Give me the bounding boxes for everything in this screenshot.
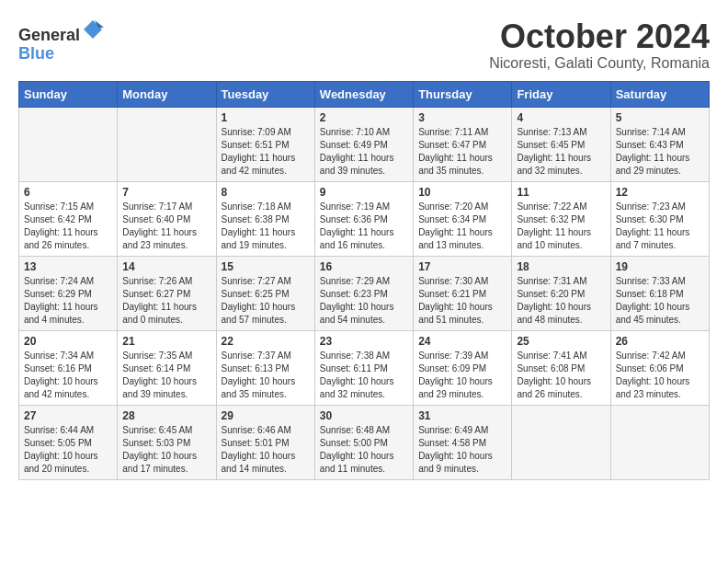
calendar-cell: 17Sunrise: 7:30 AM Sunset: 6:21 PM Dayli… — [414, 256, 512, 330]
day-number: 2 — [320, 111, 408, 124]
day-number: 16 — [320, 260, 408, 273]
calendar-cell: 22Sunrise: 7:37 AM Sunset: 6:13 PM Dayli… — [216, 330, 314, 405]
logo-icon — [82, 18, 104, 40]
logo-blue-text: Blue — [18, 44, 54, 63]
day-number: 11 — [517, 186, 605, 199]
day-number: 22 — [222, 335, 310, 348]
calendar-cell: 4Sunrise: 7:13 AM Sunset: 6:45 PM Daylig… — [512, 107, 610, 181]
day-info: Sunrise: 7:39 AM Sunset: 6:09 PM Dayligh… — [418, 350, 506, 401]
calendar-cell — [118, 107, 216, 181]
calendar-cell: 20Sunrise: 7:34 AM Sunset: 6:16 PM Dayli… — [19, 330, 118, 405]
calendar-cell: 30Sunrise: 6:48 AM Sunset: 5:00 PM Dayli… — [314, 405, 413, 479]
day-header-monday: Monday — [118, 81, 216, 107]
calendar-cell: 9Sunrise: 7:19 AM Sunset: 6:36 PM Daylig… — [314, 181, 413, 256]
week-row-2: 6Sunrise: 7:15 AM Sunset: 6:42 PM Daylig… — [19, 181, 710, 256]
logo: General Blue — [18, 18, 104, 63]
day-header-saturday: Saturday — [610, 81, 709, 107]
calendar-cell: 29Sunrise: 6:46 AM Sunset: 5:01 PM Dayli… — [216, 405, 314, 479]
day-info: Sunrise: 7:15 AM Sunset: 6:42 PM Dayligh… — [24, 201, 112, 252]
day-info: Sunrise: 7:31 AM Sunset: 6:20 PM Dayligh… — [517, 275, 605, 327]
day-info: Sunrise: 7:37 AM Sunset: 6:13 PM Dayligh… — [222, 350, 310, 401]
calendar-cell — [610, 405, 709, 479]
calendar-cell: 10Sunrise: 7:20 AM Sunset: 6:34 PM Dayli… — [414, 181, 512, 256]
day-info: Sunrise: 7:18 AM Sunset: 6:38 PM Dayligh… — [222, 201, 310, 252]
day-info: Sunrise: 7:38 AM Sunset: 6:11 PM Dayligh… — [320, 350, 408, 401]
day-info: Sunrise: 7:35 AM Sunset: 6:14 PM Dayligh… — [122, 350, 210, 401]
day-info: Sunrise: 7:19 AM Sunset: 6:36 PM Dayligh… — [320, 201, 408, 252]
calendar-cell: 14Sunrise: 7:26 AM Sunset: 6:27 PM Dayli… — [118, 256, 216, 330]
calendar-table: SundayMondayTuesdayWednesdayThursdayFrid… — [18, 81, 710, 480]
day-info: Sunrise: 7:11 AM Sunset: 6:47 PM Dayligh… — [418, 126, 506, 178]
week-row-5: 27Sunrise: 6:44 AM Sunset: 5:05 PM Dayli… — [19, 405, 710, 479]
calendar-cell: 19Sunrise: 7:33 AM Sunset: 6:18 PM Dayli… — [610, 256, 709, 330]
day-info: Sunrise: 7:33 AM Sunset: 6:18 PM Dayligh… — [616, 275, 704, 327]
day-info: Sunrise: 7:29 AM Sunset: 6:23 PM Dayligh… — [320, 275, 408, 327]
day-info: Sunrise: 7:10 AM Sunset: 6:49 PM Dayligh… — [320, 126, 408, 178]
calendar-cell: 6Sunrise: 7:15 AM Sunset: 6:42 PM Daylig… — [19, 181, 118, 256]
calendar-cell: 26Sunrise: 7:42 AM Sunset: 6:06 PM Dayli… — [610, 330, 709, 405]
day-number: 13 — [24, 260, 112, 273]
day-number: 25 — [517, 335, 605, 348]
day-number: 5 — [616, 111, 704, 124]
day-number: 30 — [320, 409, 408, 422]
day-info: Sunrise: 7:13 AM Sunset: 6:45 PM Dayligh… — [517, 126, 605, 178]
day-info: Sunrise: 7:26 AM Sunset: 6:27 PM Dayligh… — [122, 275, 210, 327]
day-number: 7 — [122, 186, 210, 199]
day-header-sunday: Sunday — [19, 81, 118, 107]
day-info: Sunrise: 7:42 AM Sunset: 6:06 PM Dayligh… — [616, 350, 704, 401]
calendar-cell: 7Sunrise: 7:17 AM Sunset: 6:40 PM Daylig… — [118, 181, 216, 256]
calendar-cell: 21Sunrise: 7:35 AM Sunset: 6:14 PM Dayli… — [118, 330, 216, 405]
day-info: Sunrise: 7:22 AM Sunset: 6:32 PM Dayligh… — [517, 201, 605, 252]
day-info: Sunrise: 7:24 AM Sunset: 6:29 PM Dayligh… — [24, 275, 112, 327]
day-number: 27 — [24, 409, 112, 422]
day-number: 1 — [222, 111, 310, 124]
calendar-cell: 16Sunrise: 7:29 AM Sunset: 6:23 PM Dayli… — [314, 256, 413, 330]
title-section: October 2024 Nicoresti, Galati County, R… — [489, 18, 710, 72]
day-number: 31 — [418, 409, 506, 422]
day-number: 18 — [517, 260, 605, 273]
logo-general-text: General — [18, 26, 80, 44]
day-info: Sunrise: 7:41 AM Sunset: 6:08 PM Dayligh… — [517, 350, 605, 401]
calendar-cell: 3Sunrise: 7:11 AM Sunset: 6:47 PM Daylig… — [414, 107, 512, 181]
day-number: 19 — [616, 260, 704, 273]
day-number: 6 — [24, 186, 112, 199]
calendar-cell: 18Sunrise: 7:31 AM Sunset: 6:20 PM Dayli… — [512, 256, 610, 330]
day-info: Sunrise: 7:17 AM Sunset: 6:40 PM Dayligh… — [122, 201, 210, 252]
day-info: Sunrise: 7:09 AM Sunset: 6:51 PM Dayligh… — [222, 126, 310, 178]
day-number: 10 — [418, 186, 506, 199]
day-info: Sunrise: 7:34 AM Sunset: 6:16 PM Dayligh… — [24, 350, 112, 401]
day-number: 24 — [418, 335, 506, 348]
day-info: Sunrise: 7:23 AM Sunset: 6:30 PM Dayligh… — [616, 201, 704, 252]
calendar-cell — [512, 405, 610, 479]
calendar-body: 1Sunrise: 7:09 AM Sunset: 6:51 PM Daylig… — [19, 107, 710, 479]
day-header-tuesday: Tuesday — [216, 81, 314, 107]
calendar-cell: 1Sunrise: 7:09 AM Sunset: 6:51 PM Daylig… — [216, 107, 314, 181]
page-header: General Blue October 2024 Nicoresti, Gal… — [18, 18, 710, 72]
day-number: 20 — [24, 335, 112, 348]
calendar-header-row: SundayMondayTuesdayWednesdayThursdayFrid… — [19, 81, 710, 107]
day-number: 15 — [222, 260, 310, 273]
calendar-cell: 8Sunrise: 7:18 AM Sunset: 6:38 PM Daylig… — [216, 181, 314, 256]
day-number: 28 — [122, 409, 210, 422]
calendar-cell: 31Sunrise: 6:49 AM Sunset: 4:58 PM Dayli… — [414, 405, 512, 479]
day-info: Sunrise: 6:45 AM Sunset: 5:03 PM Dayligh… — [122, 424, 210, 476]
svg-marker-0 — [84, 20, 102, 39]
day-number: 9 — [320, 186, 408, 199]
day-number: 12 — [616, 186, 704, 199]
week-row-4: 20Sunrise: 7:34 AM Sunset: 6:16 PM Dayli… — [19, 330, 710, 405]
calendar-cell: 5Sunrise: 7:14 AM Sunset: 6:43 PM Daylig… — [610, 107, 709, 181]
day-info: Sunrise: 6:49 AM Sunset: 4:58 PM Dayligh… — [418, 424, 506, 476]
day-info: Sunrise: 6:48 AM Sunset: 5:00 PM Dayligh… — [320, 424, 408, 476]
day-header-wednesday: Wednesday — [314, 81, 413, 107]
day-number: 26 — [616, 335, 704, 348]
day-info: Sunrise: 6:44 AM Sunset: 5:05 PM Dayligh… — [24, 424, 112, 476]
calendar-cell — [19, 107, 118, 181]
calendar-cell: 25Sunrise: 7:41 AM Sunset: 6:08 PM Dayli… — [512, 330, 610, 405]
day-number: 23 — [320, 335, 408, 348]
calendar-cell: 27Sunrise: 6:44 AM Sunset: 5:05 PM Dayli… — [19, 405, 118, 479]
calendar-cell: 11Sunrise: 7:22 AM Sunset: 6:32 PM Dayli… — [512, 181, 610, 256]
day-header-thursday: Thursday — [414, 81, 512, 107]
location-text: Nicoresti, Galati County, Romania — [489, 55, 710, 72]
calendar-cell: 2Sunrise: 7:10 AM Sunset: 6:49 PM Daylig… — [314, 107, 413, 181]
day-header-friday: Friday — [512, 81, 610, 107]
